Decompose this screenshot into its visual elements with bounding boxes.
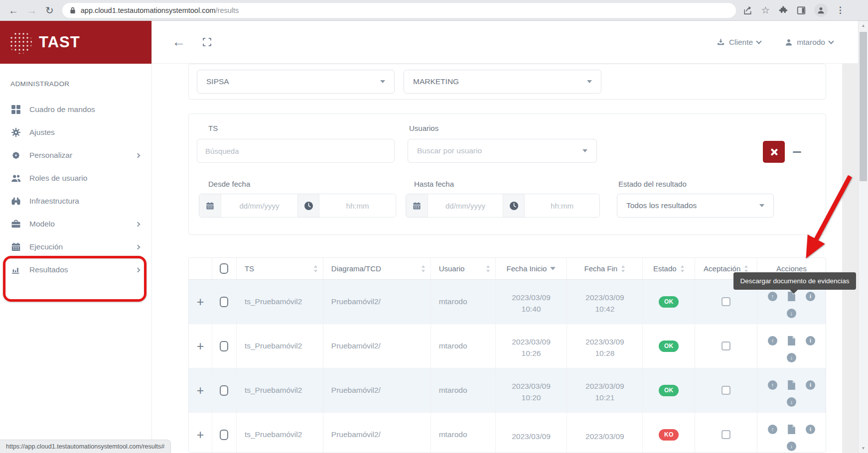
table-row: + ts_Pruebamóvil2 Pruebamóvil2/ mtarodo … [189, 368, 826, 413]
cell-start-date: 2023/03/09 [496, 413, 568, 453]
fullscreen-icon[interactable] [202, 37, 212, 47]
expand-row-button[interactable]: + [197, 384, 204, 397]
action-upload-icon[interactable]: ↑ [768, 425, 777, 434]
action-upload-icon[interactable]: ↑ [768, 292, 777, 301]
expand-row-button[interactable]: + [197, 296, 204, 308]
cell-ts: ts_Pruebamóvil2 [237, 368, 323, 412]
from-date-input[interactable] [221, 194, 297, 217]
sidebar-toggle-icon[interactable] [796, 5, 807, 15]
row-select-cell [212, 280, 237, 324]
sidebar-item-roles-de-usuario[interactable]: Roles de usuario [0, 167, 151, 190]
row-expand-cell: + [189, 280, 212, 324]
sidebar-item-label: Modelo [29, 220, 55, 228]
action-download-icon[interactable]: ↓ [787, 442, 796, 451]
row-checkbox[interactable] [220, 385, 228, 396]
column-label: Fecha Inicio [507, 264, 547, 273]
collapse-filters-button[interactable] [791, 146, 803, 158]
acceptance-checkbox[interactable] [722, 297, 730, 306]
column-header-ts[interactable]: TS [237, 258, 323, 279]
column-header-diagrama-tcd[interactable]: Diagrama/TCD [323, 258, 431, 279]
acceptance-checkbox[interactable] [722, 386, 730, 395]
ts-label: TS [208, 124, 218, 132]
sidebar-item-cuadro-de-mandos[interactable]: Cuadro de mandos [0, 98, 151, 121]
calendar-icon[interactable] [199, 194, 221, 217]
client-select[interactable]: SIPSA [197, 70, 395, 94]
user-dropdown[interactable]: mtarodo [785, 38, 833, 47]
column-header-fecha-fin[interactable]: Fecha Fin [567, 258, 643, 279]
results-table: TSDiagrama/TCDUsuarioFecha InicioFecha F… [188, 257, 826, 453]
scrollbar-thumb[interactable] [860, 32, 867, 181]
column-header-usuario[interactable]: Usuario [431, 258, 496, 279]
row-checkbox[interactable] [220, 297, 228, 307]
cell-acceptance [695, 413, 757, 453]
calendar-icon[interactable] [406, 194, 428, 217]
users-select[interactable]: Buscar por usuario [408, 139, 597, 163]
action-download-icon[interactable]: ↓ [787, 309, 796, 318]
browser-scrollbar[interactable]: ▲ ▼ [858, 21, 868, 453]
users-select-placeholder: Buscar por usuario [417, 146, 482, 155]
action-download-icon[interactable]: ↓ [787, 397, 796, 407]
row-checkbox[interactable] [220, 341, 228, 351]
action-document-icon[interactable] [788, 336, 795, 345]
brand-logo[interactable]: TAST [0, 21, 151, 64]
browser-profile-avatar[interactable] [814, 3, 828, 17]
from-time-input[interactable] [319, 194, 396, 217]
cell-start-date: 2023/03/0910:26 [496, 324, 568, 368]
action-document-icon[interactable] [788, 380, 795, 390]
from-datetime-group [199, 194, 396, 218]
scrollbar-down-arrow[interactable]: ▼ [859, 446, 868, 453]
sidebar-item-ajustes[interactable]: Ajustes [0, 121, 151, 144]
row-checkbox[interactable] [220, 430, 228, 440]
header-select-column[interactable] [212, 258, 237, 279]
select-all-checkbox[interactable] [220, 263, 228, 274]
clock-icon[interactable] [503, 194, 525, 217]
selector-card: SIPSA MARKETING [188, 64, 826, 100]
project-select[interactable]: MARKETING [404, 70, 601, 94]
action-upload-icon[interactable]: ↑ [768, 336, 777, 345]
sidebar-item-modelo[interactable]: Modelo [0, 213, 151, 235]
action-document-icon[interactable] [788, 425, 795, 434]
cell-ts: ts_Pruebamóvil2 [237, 324, 323, 368]
action-info-icon[interactable]: i [806, 380, 815, 390]
client-dropdown[interactable]: Cliente [717, 38, 761, 47]
scrollbar-up-arrow[interactable]: ▲ [859, 21, 868, 28]
column-header-estado[interactable]: Estado [643, 258, 695, 279]
sidebar-item-personalizar[interactable]: Personalizar [0, 144, 151, 167]
share-icon[interactable] [742, 5, 753, 15]
browser-back-button[interactable]: ← [8, 5, 18, 15]
result-state-value: Todos los resultados [626, 201, 697, 210]
action-info-icon[interactable]: i [806, 425, 815, 434]
browser-menu-icon[interactable]: ⋮ [835, 5, 846, 15]
clock-icon[interactable] [297, 194, 319, 217]
ts-search-input[interactable] [197, 139, 395, 163]
browser-refresh-button[interactable]: ↻ [45, 5, 54, 15]
to-date-input[interactable] [428, 194, 503, 217]
action-upload-icon[interactable]: ↑ [768, 380, 777, 390]
action-info-icon[interactable]: i [806, 292, 815, 301]
cell-end-date: 2023/03/0910:28 [567, 324, 643, 368]
cell-actions: ↑ i ↓ [757, 413, 826, 453]
action-info-icon[interactable]: i [806, 336, 815, 345]
row-expand-cell: + [189, 413, 212, 453]
browser-forward-button[interactable]: → [27, 5, 37, 15]
result-state-select[interactable]: Todos los resultados [617, 194, 774, 218]
gear-icon [11, 127, 21, 137]
acceptance-checkbox[interactable] [722, 430, 730, 439]
close-icon [770, 148, 778, 156]
page-back-button[interactable]: ← [172, 35, 185, 49]
acceptance-checkbox[interactable] [722, 341, 730, 350]
to-time-input[interactable] [525, 194, 599, 217]
extensions-icon[interactable] [778, 5, 789, 15]
expand-row-button[interactable]: + [197, 429, 204, 441]
column-header-fecha-inicio[interactable]: Fecha Inicio [496, 258, 568, 279]
cell-status: OK [643, 280, 695, 324]
brand-name: TAST [39, 33, 80, 51]
url-bar[interactable]: app.cloud1.testautomationsystemtool.com/… [62, 3, 736, 18]
expand-row-button[interactable]: + [197, 340, 204, 352]
sidebar-item-infraestructura[interactable]: Infraestructura [0, 190, 151, 213]
row-select-cell [212, 413, 237, 453]
clear-filters-button[interactable] [763, 141, 785, 163]
bookmark-star-icon[interactable]: ☆ [760, 5, 771, 15]
action-download-icon[interactable]: ↓ [787, 353, 796, 362]
sidebar-item-ejecucion[interactable]: Ejecución [0, 235, 151, 258]
